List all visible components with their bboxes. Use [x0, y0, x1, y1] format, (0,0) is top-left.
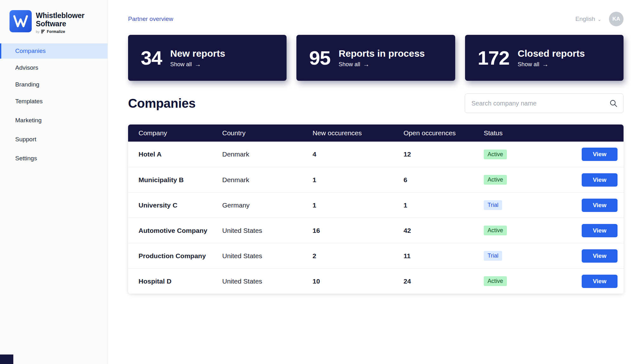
breadcrumb[interactable]: Partner overview [128, 16, 173, 22]
sidebar-bottom-accent [0, 354, 13, 364]
table-row: University C Germany 1 1 Trial View [128, 192, 624, 218]
stat-value: 172 [478, 47, 509, 69]
sidebar-item-label: Companies [15, 48, 46, 54]
sidebar-item-support[interactable]: Support [0, 132, 107, 147]
language-label: English [575, 16, 595, 22]
stat-label: Reports in process [339, 48, 425, 59]
app-title: Whistleblower Software [36, 11, 84, 28]
status-badge: Active [484, 226, 507, 235]
column-header-company: Company [128, 129, 222, 137]
sidebar-item-label: Templates [15, 98, 43, 105]
logo-text: Whistleblower Software by Formalize [36, 10, 84, 34]
open-occurrences: 11 [404, 252, 484, 260]
open-occurrences: 6 [404, 176, 484, 184]
sidebar-item-templates[interactable]: Templates [0, 94, 107, 109]
status-badge: Active [484, 175, 507, 185]
logo[interactable]: Whistleblower Software by Formalize [0, 0, 107, 34]
column-header-new-occurrences: New occurences [313, 129, 404, 137]
view-button[interactable]: View [582, 148, 618, 161]
sidebar-item-advisors[interactable]: Advisors [0, 60, 107, 75]
app-title-line1: Whistleblower [36, 11, 84, 20]
sidebar-item-branding[interactable]: Branding [0, 77, 107, 92]
country: United States [222, 227, 313, 234]
table-row: Hotel A Denmark 4 12 Active View [128, 142, 624, 167]
sidebar-item-marketing[interactable]: Marketing [0, 113, 107, 128]
page-title: Companies [128, 96, 196, 111]
stat-value: 95 [309, 47, 330, 69]
stat-label: New reports [170, 48, 225, 59]
topbar-right: English ⌄ KA [575, 12, 624, 26]
sidebar-item-label: Advisors [15, 64, 38, 71]
sidebar-item-label: Marketing [15, 117, 42, 124]
view-button[interactable]: View [582, 199, 618, 212]
status-badge: Active [484, 150, 507, 159]
open-occurrences: 42 [404, 227, 484, 234]
stat-cards: 34 New reports Show all → 95 Reports in … [128, 35, 624, 81]
stat-card-new-reports: 34 New reports Show all → [128, 35, 287, 81]
country: United States [222, 252, 313, 260]
status-badge: Trial [484, 251, 502, 261]
table-row: Hospital D United States 10 24 Active Vi… [128, 268, 624, 294]
open-occurrences: 1 [404, 201, 484, 209]
country: Denmark [222, 150, 313, 158]
show-all-link[interactable]: Show all → [339, 61, 425, 68]
country: Denmark [222, 176, 313, 184]
byline-brand: Formalize [47, 29, 65, 34]
show-all-link[interactable]: Show all → [518, 61, 585, 68]
company-name: Municipality B [128, 176, 222, 184]
search-icon[interactable] [609, 99, 618, 108]
table-header-row: Company Country New occurences Open occu… [128, 125, 624, 142]
company-name: Production Company [128, 252, 222, 260]
language-selector[interactable]: English ⌄ [575, 16, 601, 22]
table-row: Municipality B Denmark 1 6 Active View [128, 167, 624, 192]
arrow-right-icon: → [542, 61, 548, 67]
company-name: Automotive Company [128, 227, 222, 234]
sidebar-item-label: Branding [15, 81, 39, 88]
formalize-logo-icon [41, 29, 45, 34]
view-button[interactable]: View [582, 224, 618, 237]
new-occurrences: 2 [313, 252, 404, 260]
view-button[interactable]: View [582, 275, 618, 288]
stat-info: Reports in process Show all → [339, 48, 425, 68]
search-input[interactable] [465, 93, 624, 113]
byline-prefix: by [36, 30, 40, 34]
new-occurrences: 1 [313, 201, 404, 209]
companies-table: Company Country New occurences Open occu… [128, 125, 624, 294]
companies-header: Companies [128, 93, 624, 113]
company-name: Hospital D [128, 278, 222, 285]
country: Germany [222, 201, 313, 209]
stat-label: Closed reports [518, 48, 585, 59]
open-occurrences: 24 [404, 278, 484, 285]
view-button[interactable]: View [582, 173, 618, 187]
status-badge: Active [484, 276, 507, 286]
table-row: Automotive Company United States 16 42 A… [128, 218, 624, 243]
column-header-country: Country [222, 129, 313, 137]
arrow-right-icon: → [363, 61, 369, 67]
sidebar-item-companies[interactable]: Companies [0, 43, 107, 59]
stat-info: New reports Show all → [170, 48, 225, 68]
sidebar-item-label: Settings [15, 155, 37, 162]
new-occurrences: 1 [313, 176, 404, 184]
chevron-down-icon: ⌄ [597, 17, 601, 22]
table-row: Production Company United States 2 11 Tr… [128, 243, 624, 268]
avatar[interactable]: KA [609, 12, 624, 26]
new-occurrences: 4 [313, 150, 404, 158]
new-occurrences: 16 [313, 227, 404, 234]
column-header-open-occurrences: Open occurences [404, 129, 484, 137]
sidebar-item-settings[interactable]: Settings [0, 151, 107, 166]
app-title-line2: Software [36, 20, 66, 28]
sidebar-menu: Companies Advisors Branding Templates Ma… [0, 43, 107, 168]
show-all-label: Show all [339, 61, 360, 68]
stat-info: Closed reports Show all → [518, 48, 585, 68]
open-occurrences: 12 [404, 150, 484, 158]
main-content: Partner overview English ⌄ KA 34 New rep… [108, 0, 634, 364]
show-all-link[interactable]: Show all → [170, 61, 225, 68]
view-button[interactable]: View [582, 249, 618, 263]
country: United States [222, 278, 313, 285]
logo-byline: by Formalize [36, 29, 84, 34]
company-name: Hotel A [128, 150, 222, 158]
show-all-label: Show all [518, 61, 539, 68]
arrow-right-icon: → [195, 61, 201, 67]
stat-value: 34 [141, 47, 162, 69]
column-header-status: Status [484, 129, 580, 137]
